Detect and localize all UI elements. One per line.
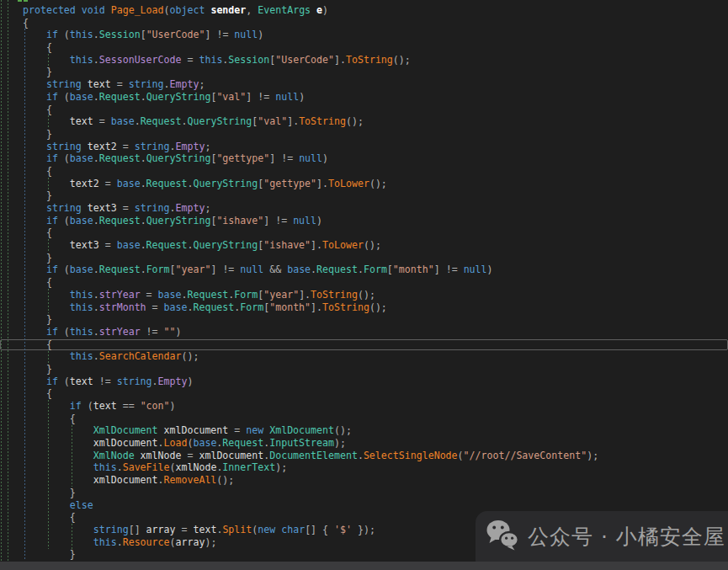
code-token: array <box>146 524 182 535</box>
code-line[interactable]: } <box>23 487 728 499</box>
code-line[interactable]: XmlDocument xmlDocument = new XmlDocumen… <box>23 424 728 437</box>
code-line[interactable]: { <box>23 41 728 54</box>
code-token: xmlDocument <box>158 424 235 436</box>
code-line[interactable]: { <box>23 104 728 116</box>
code-area[interactable]: protected void Page_Load(object sender, … <box>0 0 728 562</box>
code-token <box>23 524 93 535</box>
code-token <box>23 91 46 103</box>
code-token: [ <box>387 264 393 275</box>
code-token: . <box>135 115 141 127</box>
code-token: null <box>293 215 316 226</box>
code-line[interactable]: text2 = base.Request.QueryString["gettyp… <box>23 178 728 190</box>
code-token: [] { <box>305 524 334 535</box>
code-line[interactable]: text3 = base.Request.QueryString["ishave… <box>23 239 728 252</box>
code-token <box>23 387 46 399</box>
code-token: { <box>46 387 52 399</box>
code-line[interactable]: { <box>23 276 728 289</box>
code-token <box>76 4 82 16</box>
code-token: "gettype" <box>216 152 269 164</box>
code-token: this <box>70 29 93 40</box>
code-line[interactable]: } <box>23 66 728 78</box>
code-token: if <box>46 29 58 40</box>
code-token: ) <box>170 400 176 412</box>
code-token: ( <box>164 4 170 16</box>
code-token: ToLower <box>328 178 369 189</box>
code-line[interactable]: else <box>23 499 728 512</box>
code-token: xmlDocument <box>23 437 158 449</box>
code-line[interactable]: { <box>23 226 728 239</box>
code-line[interactable]: } <box>23 363 728 376</box>
code-token: = <box>234 424 246 436</box>
code-token: ); <box>334 437 346 449</box>
code-token <box>23 66 46 77</box>
code-token: ]. <box>287 115 299 127</box>
code-token: Request <box>141 115 182 127</box>
code-token <box>23 215 46 226</box>
code-line[interactable]: if (text != string.Empty) <box>23 376 728 388</box>
code-line[interactable]: if (this.strYear != "") <box>23 326 728 338</box>
code-token: XmlNode <box>93 450 135 461</box>
code-token: "val" <box>258 115 287 127</box>
code-line[interactable]: string text = string.Empty; <box>23 78 728 91</box>
code-line[interactable]: } <box>23 252 728 264</box>
code-token: . <box>93 301 99 313</box>
code-line[interactable]: this.SearchCalendar(); <box>23 350 728 363</box>
code-token: "val" <box>216 91 246 103</box>
code-token: "UserCode" <box>146 29 205 40</box>
code-line[interactable]: this.strYear = base.Request.Form["year"]… <box>23 289 728 301</box>
code-line[interactable]: } <box>23 313 728 326</box>
code-line[interactable]: text = base.Request.QueryString["val"].T… <box>23 115 728 128</box>
code-line[interactable]: if (text == "con") <box>23 400 728 413</box>
code-line[interactable]: if (base.Request.Form["year"] != null &&… <box>23 264 728 276</box>
code-token: } <box>46 66 52 77</box>
code-token: Resource <box>123 536 170 548</box>
code-line[interactable]: { <box>23 17 728 29</box>
code-token: this <box>93 536 117 548</box>
code-token: ); <box>275 461 287 473</box>
code-token: QueryString <box>187 115 252 127</box>
code-token: ; <box>205 202 210 214</box>
code-token: char <box>281 524 305 535</box>
code-token: base <box>158 289 182 301</box>
code-line[interactable]: xmlDocument.Load(base.Request.InputStrea… <box>23 437 728 450</box>
code-line[interactable]: protected void Page_Load(object sender, … <box>23 4 728 17</box>
code-token: xmlNode <box>176 461 217 473</box>
code-token <box>23 350 70 362</box>
code-line[interactable]: if (this.Session["UserCode"] != null) <box>23 29 728 41</box>
code-token: XmlDocument <box>269 424 334 436</box>
code-token: ToLower <box>322 239 364 251</box>
code-token: Empty <box>170 78 199 90</box>
code-token: ) <box>322 152 328 164</box>
code-token: QueryString <box>193 239 258 251</box>
code-line[interactable]: string text3 = string.Empty; <box>23 202 728 215</box>
code-line[interactable]: this.SaveFile(xmlNode.InnerText); <box>23 461 728 474</box>
code-token: ToString <box>346 54 393 66</box>
code-line[interactable]: { <box>23 165 728 178</box>
code-line[interactable]: { <box>23 413 728 425</box>
code-token: if <box>46 91 58 103</box>
code-token: Split <box>222 524 252 535</box>
code-line[interactable]: if (base.Request.QueryString["ishave"] !… <box>23 215 728 227</box>
code-line[interactable]: XmlNode xmlNode = xmlDocument.DocumentEl… <box>23 450 728 462</box>
code-token: InputStream <box>269 437 334 449</box>
code-line[interactable]: { <box>23 338 728 351</box>
code-line[interactable]: if (base.Request.QueryString["gettype"] … <box>23 152 728 165</box>
code-token: } <box>46 252 52 264</box>
code-line[interactable]: if (base.Request.QueryString["val"] != n… <box>23 91 728 104</box>
code-line[interactable]: } <box>23 189 728 202</box>
code-token: base <box>193 437 216 449</box>
code-editor-window: protected void Page_Load(object sender, … <box>0 0 728 570</box>
code-token <box>23 487 70 498</box>
code-token <box>23 202 46 214</box>
code-token: . <box>141 152 146 164</box>
code-line[interactable]: this.strMonth = base.Request.Form["month… <box>23 301 728 314</box>
code-line[interactable]: } <box>23 128 728 141</box>
code-token <box>23 54 70 66</box>
code-line[interactable]: { <box>23 387 728 400</box>
code-line[interactable]: xmlDocument.RemoveAll(); <box>23 474 728 487</box>
code-token: base <box>70 91 93 103</box>
code-line[interactable]: this.SessonUserCode = this.Session["User… <box>23 54 728 67</box>
code-token <box>23 264 46 275</box>
code-token: } <box>70 548 76 560</box>
code-line[interactable]: string text2 = string.Empty; <box>23 141 728 153</box>
